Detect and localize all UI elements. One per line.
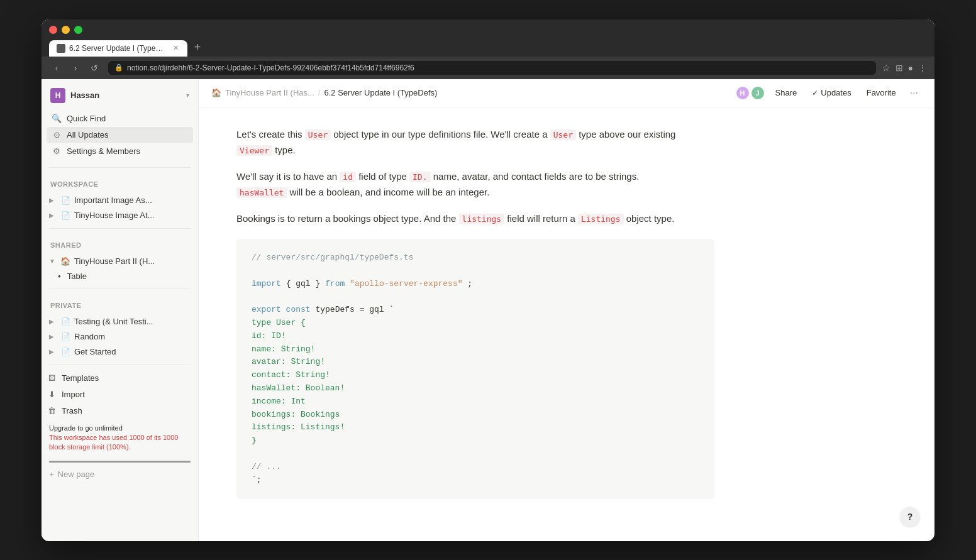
back-button[interactable]: ‹: [49, 60, 64, 75]
sidebar-item-testing[interactable]: ▶ 📄 Testing (& Unit Testi...: [44, 314, 196, 329]
sidebar-item-templates[interactable]: ⚄ Templates: [42, 370, 198, 387]
templates-icon: ⚄: [47, 373, 57, 383]
profile-icon[interactable]: ●: [908, 63, 913, 73]
code-line-listings: listings: Listings!: [252, 421, 699, 434]
sidebar-item-tinyhouse-image[interactable]: ▶ 📄 TinyHouse Image At...: [44, 208, 196, 223]
breadcrumb-emoji: 🏠: [211, 88, 221, 97]
code-line-backtick: `;: [252, 474, 699, 487]
trash-icon: 🗑: [47, 406, 57, 416]
inline-code-haswallet: hasWallet: [236, 187, 287, 198]
breadcrumb: 🏠 TinyHouse Part II (Has... / 6.2 Server…: [211, 88, 735, 97]
new-page-label: New page: [58, 469, 95, 479]
updates-button[interactable]: ✓ Updates: [807, 85, 856, 100]
para3-text-end: object type.: [624, 213, 675, 224]
updates-label: Updates: [821, 88, 851, 97]
workspace-header[interactable]: H Hassan ▾: [42, 79, 198, 108]
para2-text-before: We'll say it is to have an: [236, 171, 340, 182]
sidebar-item-get-started[interactable]: ▶ 📄 Get Started: [44, 344, 196, 360]
private-section: PRIVATE: [42, 294, 198, 314]
extensions-icon[interactable]: ⊞: [896, 63, 903, 73]
app-layout: H Hassan ▾ 🔍 Quick Find ⊙ All Updates ⚙ …: [42, 79, 934, 541]
active-tab[interactable]: 6.2 Server Update I (TypeDefs) ✕: [49, 40, 187, 57]
code-name-text: name: String!: [252, 344, 315, 354]
close-window-button[interactable]: [49, 26, 57, 34]
code-block: // server/src/graphql/typeDefs.ts import…: [236, 239, 714, 499]
inline-code-id: id: [340, 172, 356, 182]
code-line-income: income: Int: [252, 395, 699, 409]
paragraph-1: Let's create this User object type in ou…: [236, 126, 689, 158]
code-contact-text: contact: String!: [252, 370, 330, 380]
tinyhouse-image-label: TinyHouse Image At...: [74, 211, 154, 220]
traffic-lights: [49, 26, 927, 34]
avatar-group: H J: [735, 85, 765, 101]
random-label: Random: [74, 332, 105, 341]
get-started-label: Get Started: [74, 347, 116, 356]
sidebar-item-trash[interactable]: 🗑 Trash: [42, 403, 198, 419]
avatar-h: H: [735, 85, 750, 101]
expand-arrow-icon: ▼: [49, 258, 57, 265]
code-income-text: income: Int: [252, 397, 306, 406]
gear-icon: ⚙: [52, 146, 62, 156]
code-export-keyword: export const: [252, 305, 311, 314]
url-bar[interactable]: 🔒 notion.so/djirdehh/6-2-Server-Update-I…: [108, 61, 876, 75]
breadcrumb-current: 6.2 Server Update I (TypeDefs): [324, 88, 437, 97]
code-listings-text: listings: Listings!: [252, 422, 345, 432]
new-tab-button[interactable]: +: [189, 39, 206, 57]
reload-button[interactable]: ↺: [87, 60, 102, 75]
workspace-section-label: WORKSPACE: [50, 180, 189, 188]
para2-text-mid2: name, avatar, and contact fields are to …: [431, 171, 640, 182]
page-header: 🏠 TinyHouse Part II (Has... / 6.2 Server…: [199, 79, 934, 107]
forward-button[interactable]: ›: [68, 60, 83, 75]
sidebar-item-settings[interactable]: ⚙ Settings & Members: [47, 143, 193, 160]
code-type-text: type User {: [252, 318, 306, 327]
sidebar-item-all-updates[interactable]: ⊙ All Updates: [47, 127, 193, 143]
sidebar-item-random[interactable]: ▶ 📄 Random: [44, 329, 196, 344]
sidebar-item-table[interactable]: ● Table: [44, 269, 196, 283]
more-options-icon[interactable]: ⋮: [918, 63, 927, 73]
expand-arrow-icon: ▶: [49, 348, 57, 355]
tab-title: 6.2 Server Update I (TypeDefs): [69, 44, 167, 53]
new-page-button[interactable]: + New page: [42, 466, 198, 482]
favorite-button[interactable]: Favorite: [862, 85, 901, 100]
upgrade-detail: This workspace has used 1000 of its 1000…: [49, 433, 191, 453]
tab-close-button[interactable]: ✕: [171, 44, 180, 53]
progress-fill: [49, 461, 191, 463]
sidebar-item-important-image[interactable]: ▶ 📄 Important Image As...: [44, 193, 196, 208]
avatar-j: J: [750, 85, 765, 101]
sidebar-item-import[interactable]: ⬇ Import: [42, 387, 198, 403]
expand-arrow-icon: ▶: [49, 333, 57, 340]
code-comment-text: // server/src/graphql/typeDefs.ts: [252, 253, 413, 262]
code-line-close-brace: }: [252, 434, 699, 447]
bookmark-icon[interactable]: ☆: [882, 63, 890, 73]
expand-arrow-icon: ▶: [49, 318, 57, 325]
plus-icon: +: [49, 469, 54, 479]
divider-2: [49, 228, 191, 229]
sidebar-nav: 🔍 Quick Find ⊙ All Updates ⚙ Settings & …: [42, 108, 198, 162]
workspace-name: Hassan: [70, 91, 99, 100]
trash-label: Trash: [62, 406, 82, 415]
nav-buttons: ‹ › ↺: [49, 60, 102, 75]
more-options-button[interactable]: ···: [906, 86, 922, 100]
shared-section: SHARED: [42, 234, 198, 254]
header-actions: H J Share ✓ Updates Favorite: [735, 85, 922, 101]
page-icon: 📄: [60, 332, 70, 342]
sidebar-item-quick-find[interactable]: 🔍 Quick Find: [47, 111, 193, 127]
inline-code-id-type: ID.: [409, 172, 430, 182]
maximize-window-button[interactable]: [74, 26, 82, 34]
minimize-window-button[interactable]: [62, 26, 70, 34]
quick-find-label: Quick Find: [67, 114, 106, 123]
breadcrumb-parent[interactable]: TinyHouse Part II (Has...: [225, 88, 314, 97]
code-import-string: "apollo-server-express": [350, 279, 462, 288]
sidebar-item-tinyhouse-part2[interactable]: ▼ 🏠 TinyHouse Part II (H...: [44, 254, 196, 269]
help-button[interactable]: ?: [901, 507, 919, 526]
code-line-haswallet: hasWallet: Boolean!: [252, 382, 699, 395]
notion-favicon: [57, 44, 65, 53]
share-button[interactable]: Share: [770, 85, 802, 100]
code-line-export: export const typeDefs = gql `: [252, 304, 699, 317]
upgrade-title: Upgrade to go unlimited: [49, 424, 123, 432]
search-icon: 🔍: [52, 114, 62, 124]
code-line-ellipsis: // ...: [252, 461, 699, 474]
code-backtick-text: `;: [252, 475, 262, 485]
code-line-comment: // server/src/graphql/typeDefs.ts: [252, 251, 699, 265]
testing-label: Testing (& Unit Testi...: [74, 317, 153, 326]
